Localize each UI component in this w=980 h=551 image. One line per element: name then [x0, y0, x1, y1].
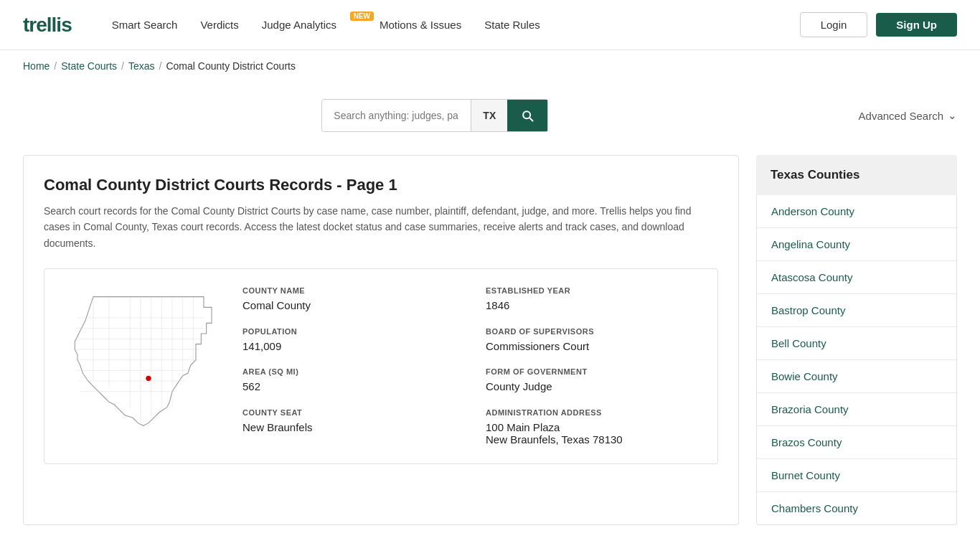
breadcrumb-sep-3: /	[159, 60, 162, 72]
sidebar-item[interactable]: Bastrop County	[757, 294, 956, 327]
sidebar: Texas Counties Anderson CountyAngelina C…	[756, 155, 957, 525]
sidebar-item[interactable]: Chambers County	[757, 492, 956, 524]
county-card: COUNTY NAME Comal County ESTABLISHED YEA…	[44, 268, 718, 464]
government-value: County Judge	[486, 380, 700, 392]
seat-label: COUNTY SEAT	[242, 408, 457, 417]
address-line1: 100 Main Plaza	[486, 421, 700, 433]
login-button[interactable]: Login	[800, 12, 868, 37]
county-details: COUNTY NAME Comal County ESTABLISHED YEA…	[242, 286, 700, 446]
government-label: FORM OF GOVERNMENT	[486, 367, 700, 376]
search-state-badge: TX	[471, 100, 507, 131]
address-line2: New Braunfels, Texas 78130	[486, 433, 700, 446]
nav-verdicts[interactable]: Verdicts	[200, 19, 238, 31]
county-marker	[146, 376, 151, 381]
sidebar-list: Anderson CountyAngelina CountyAtascosa C…	[756, 195, 957, 525]
county-map	[62, 286, 220, 446]
population-value: 141,009	[242, 340, 457, 352]
address-block: ADMINISTRATION ADDRESS 100 Main Plaza Ne…	[486, 408, 700, 447]
seat-block: COUNTY SEAT New Braunfels	[242, 408, 457, 447]
sidebar-item[interactable]: Brazoria County	[757, 393, 956, 426]
area-value: 562	[242, 380, 457, 392]
established-value: 1846	[486, 299, 700, 311]
signup-button[interactable]: Sign Up	[876, 13, 957, 37]
seat-value: New Braunfels	[242, 421, 457, 433]
board-block: BOARD OF SUPERVISORS Commissioners Court	[486, 327, 700, 354]
area-label: AREA (SQ MI)	[242, 367, 457, 376]
breadcrumb-current: Comal County District Courts	[166, 60, 296, 72]
logo[interactable]: trellis	[23, 14, 72, 37]
breadcrumb-texas[interactable]: Texas	[128, 60, 155, 72]
county-name-value: Comal County	[242, 299, 457, 311]
search-bar: TX	[321, 99, 548, 132]
main-layout: Comal County District Courts Records - P…	[0, 155, 980, 548]
established-label: ESTABLISHED YEAR	[486, 286, 700, 295]
area-block: AREA (SQ MI) 562	[242, 367, 457, 394]
search-input[interactable]	[322, 100, 471, 131]
population-label: POPULATION	[242, 327, 457, 336]
new-badge: NEW	[350, 11, 374, 21]
advanced-search-button[interactable]: Advanced Search ⌄	[859, 109, 957, 122]
sidebar-item[interactable]: Atascosa County	[757, 261, 956, 294]
sidebar-header: Texas Counties	[756, 155, 957, 195]
population-block: POPULATION 141,009	[242, 327, 457, 354]
address-label: ADMINISTRATION ADDRESS	[486, 408, 700, 417]
board-value: Commissioners Court	[486, 340, 700, 352]
breadcrumb-sep-2: /	[121, 60, 124, 72]
page-title: Comal County District Courts Records - P…	[44, 176, 718, 194]
nav-smart-search[interactable]: Smart Search	[112, 19, 178, 31]
sidebar-item[interactable]: Bowie County	[757, 360, 956, 393]
sidebar-item[interactable]: Angelina County	[757, 228, 956, 261]
sidebar-item[interactable]: Brazos County	[757, 426, 956, 459]
established-block: ESTABLISHED YEAR 1846	[486, 286, 700, 313]
page-description: Search court records for the Comal Count…	[44, 203, 718, 251]
board-label: BOARD OF SUPERVISORS	[486, 327, 700, 336]
chevron-down-icon: ⌄	[948, 109, 957, 122]
breadcrumb-home[interactable]: Home	[23, 60, 50, 72]
sidebar-item[interactable]: Burnet County	[757, 459, 956, 492]
nav-state-rules[interactable]: State Rules	[484, 19, 540, 31]
main-nav: Smart Search Verdicts Judge Analytics NE…	[112, 19, 540, 31]
nav-motions-issues[interactable]: Motions & Issues	[380, 19, 461, 31]
search-section: TX Advanced Search ⌄	[0, 82, 980, 155]
breadcrumb: Home / State Courts / Texas / Comal Coun…	[0, 50, 980, 82]
sidebar-item[interactable]: Bell County	[757, 327, 956, 360]
texas-map-svg	[62, 286, 220, 444]
header: trellis Smart Search Verdicts Judge Anal…	[0, 0, 980, 50]
breadcrumb-sep-1: /	[54, 60, 57, 72]
search-button[interactable]	[507, 100, 547, 131]
nav-judge-analytics[interactable]: Judge Analytics NEW	[262, 19, 357, 31]
content-area: Comal County District Courts Records - P…	[23, 155, 739, 525]
header-actions: Login Sign Up	[800, 12, 957, 37]
county-name-label: COUNTY NAME	[242, 286, 457, 295]
sidebar-item[interactable]: Anderson County	[757, 195, 956, 228]
breadcrumb-state-courts[interactable]: State Courts	[61, 60, 117, 72]
search-icon	[520, 108, 534, 123]
county-name-block: COUNTY NAME Comal County	[242, 286, 457, 313]
government-block: FORM OF GOVERNMENT County Judge	[486, 367, 700, 394]
